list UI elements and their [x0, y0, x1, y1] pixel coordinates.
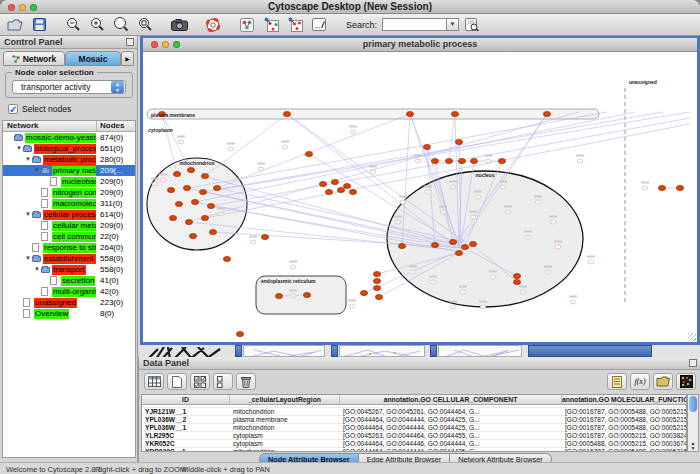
table-row[interactable]: YJR121W__1mitochondrion[GO:0045267, GO:0…	[142, 408, 686, 416]
tree-row-macromolecule[interactable]: macromolecule311(0)	[3, 198, 135, 209]
graph-node[interactable]	[545, 270, 551, 274]
graph-node[interactable]	[498, 158, 505, 163]
graph-node[interactable]	[169, 215, 176, 220]
graph-node[interactable]	[167, 187, 174, 192]
tree-row-unassigned[interactable]: unassigned223(0)	[3, 297, 135, 308]
table-row[interactable]: YDR039C__1mitochondrion[GO:0044464, GO:0…	[142, 448, 686, 452]
graph-node[interactable]	[513, 273, 520, 278]
expand-arrow-icon[interactable]: ▼	[25, 156, 31, 163]
tree-row-nucleobase-[interactable]: nucleobase-209(0)	[3, 176, 135, 187]
graph-node[interactable]	[431, 242, 438, 247]
minimized-window-titlebar[interactable]	[430, 345, 437, 357]
search-dropdown-icon[interactable]: ▼	[446, 18, 459, 31]
column-header[interactable]: annotation.GO CELLULAR_COMPONENT	[340, 395, 562, 405]
graph-node[interactable]	[395, 220, 401, 224]
graph-node[interactable]	[480, 305, 486, 309]
annotation-icon[interactable]	[308, 15, 330, 34]
graph-node[interactable]	[451, 111, 458, 116]
graph-node[interactable]	[343, 183, 350, 188]
network-merge-icon[interactable]	[284, 15, 306, 34]
tab-mosaic[interactable]: Mosaic	[65, 51, 121, 66]
graph-node[interactable]	[209, 229, 216, 234]
graph-node[interactable]	[535, 200, 541, 204]
expand-arrow-icon[interactable]: ▼	[34, 167, 40, 174]
graph-node[interactable]	[505, 210, 511, 214]
graph-node[interactable]	[470, 158, 477, 163]
tree-row-multi-organism-pro[interactable]: multi-organism pro42(0)	[3, 286, 135, 297]
tree-row-nitrogen-compo[interactable]: nitrogen compo209(0)	[3, 187, 135, 198]
table-scrollbar[interactable]: ▲▼	[687, 394, 699, 452]
minimized-window-preview[interactable]	[243, 345, 325, 357]
graph-node[interactable]	[331, 179, 338, 184]
float-panel-icon[interactable]	[126, 38, 134, 46]
graph-node[interactable]	[201, 215, 208, 220]
tab-scroll-arrow[interactable]: ▶	[121, 51, 134, 66]
zoom-out-icon[interactable]	[62, 15, 84, 34]
graph-node[interactable]	[187, 167, 194, 172]
minimized-window-titlebar[interactable]	[235, 345, 242, 357]
open-icon[interactable]	[4, 15, 26, 34]
graph-node[interactable]	[207, 203, 214, 208]
function-builder-icon[interactable]: f(x)	[630, 373, 650, 390]
graph-node[interactable]	[588, 260, 594, 264]
graph-node[interactable]	[319, 181, 326, 186]
node-color-dropdown[interactable]: transporter activity ▲▼	[12, 80, 126, 94]
graph-node[interactable]	[423, 144, 430, 149]
graph-node[interactable]	[406, 111, 413, 116]
delete-attribute-icon[interactable]	[236, 373, 256, 390]
graph-node[interactable]	[455, 250, 462, 255]
graph-node[interactable]	[250, 240, 256, 244]
minimized-window-titlebar[interactable]	[331, 345, 338, 357]
expand-arrow-icon[interactable]: ▼	[25, 255, 31, 262]
table-row[interactable]: YPL036W__1mitochondrion[GO:0044464, GO:0…	[142, 424, 686, 432]
graph-node[interactable]	[449, 239, 456, 244]
graph-node[interactable]	[305, 151, 312, 156]
network-tree-header[interactable]: Network Nodes	[3, 121, 135, 132]
table-row[interactable]: YLR295Ccytoplasm[GO:0045263, GO:0044464,…	[142, 432, 686, 440]
graph-node[interactable]	[290, 294, 296, 298]
unselect-all-attributes-icon[interactable]	[213, 373, 233, 390]
graph-node[interactable]	[349, 189, 356, 194]
graph-node[interactable]	[175, 201, 182, 206]
network-window-titlebar[interactable]: primary metabolic process	[143, 38, 697, 52]
select-nodes-checkbox[interactable]: ✓	[8, 104, 18, 114]
graph-node[interactable]	[460, 290, 466, 294]
graph-node[interactable]	[415, 159, 421, 163]
table-row[interactable]: YPL036W__2plasma membrane[GO:0044464, GO…	[142, 416, 686, 424]
graph-node[interactable]	[470, 215, 476, 219]
graph-node[interactable]	[178, 140, 184, 144]
expand-arrow-icon[interactable]: ▼	[34, 266, 40, 273]
graph-node[interactable]	[261, 234, 268, 239]
search-options-icon[interactable]	[461, 15, 483, 34]
app-titlebar[interactable]: Cytoscape Desktop (New Session)	[0, 0, 700, 14]
snapshot-icon[interactable]	[168, 15, 190, 34]
minimized-window-preview[interactable]	[339, 345, 425, 357]
graph-node[interactable]	[199, 189, 206, 194]
graph-node[interactable]	[228, 147, 234, 151]
float-panel-icon[interactable]	[689, 359, 697, 367]
graph-node[interactable]	[490, 275, 496, 279]
graph-node[interactable]	[218, 212, 224, 216]
matrix-icon[interactable]	[676, 373, 696, 390]
expand-arrow-icon[interactable]: ▼	[25, 211, 31, 218]
graph-node[interactable]	[290, 265, 296, 269]
graph-node[interactable]	[430, 280, 436, 284]
minimized-window-titlebar[interactable]	[528, 345, 652, 357]
graph-node[interactable]	[223, 256, 230, 261]
graph-node[interactable]	[520, 290, 526, 294]
graph-node[interactable]	[458, 158, 465, 163]
tree-row-cellular-metabo[interactable]: cellular metabo209(0)	[3, 220, 135, 231]
help-icon[interactable]	[202, 15, 224, 34]
graph-node[interactable]	[236, 331, 243, 336]
graph-node[interactable]	[185, 219, 192, 224]
graph-node[interactable]	[325, 189, 332, 194]
graph-node[interactable]	[543, 111, 550, 116]
graph-node[interactable]	[431, 158, 438, 163]
expand-arrow-icon[interactable]: ▼	[16, 145, 22, 152]
graph-node[interactable]	[303, 292, 310, 297]
graph-node[interactable]	[360, 290, 367, 295]
graph-node[interactable]	[500, 185, 506, 189]
graph-node[interactable]	[577, 159, 583, 163]
graph-node[interactable]	[160, 178, 166, 182]
graph-node[interactable]	[213, 185, 220, 190]
